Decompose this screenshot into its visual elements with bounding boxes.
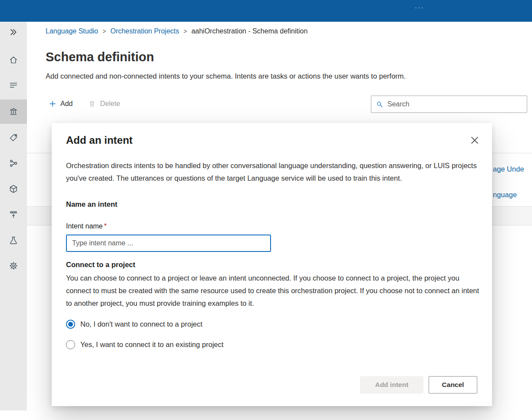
dialog-actions: Add intent Cancel: [360, 376, 477, 394]
overflow-menu-icon[interactable]: ···: [415, 3, 424, 11]
tag-icon: [9, 133, 18, 142]
table-link-fragment[interactable]: age Unde: [493, 165, 524, 173]
sidebar-item-model[interactable]: [0, 179, 27, 199]
radio-no-connect[interactable]: No, I don't want to connect to a project: [66, 320, 202, 329]
breadcrumb-separator: >: [183, 28, 187, 35]
connect-section-heading: Connect to a project: [66, 261, 135, 269]
connect-description: You can choose to connect to a project o…: [66, 272, 482, 310]
add-intent-dialog: Add an intent Orchestration directs inte…: [52, 123, 492, 406]
toolbar: Add Delete: [49, 100, 120, 108]
sidebar-item-testing[interactable]: [0, 230, 27, 251]
plus-icon: [49, 100, 56, 108]
required-asterisk: *: [104, 222, 107, 230]
radio-yes-connect-label: Yes, I want to connect it to an existing…: [80, 341, 224, 349]
dialog-title: Add an intent: [66, 134, 132, 146]
delete-button-label: Delete: [100, 100, 120, 108]
building-icon: [9, 107, 18, 116]
cube-icon: [9, 184, 18, 194]
sidebar-item-deployment[interactable]: [0, 204, 27, 225]
sidebar-item-list[interactable]: [0, 75, 27, 96]
breadcrumb: Language Studio > Orchestration Projects…: [46, 27, 307, 35]
add-intent-button[interactable]: Add intent: [360, 376, 423, 394]
breadcrumb-orchestration-projects[interactable]: Orchestration Projects: [110, 27, 179, 35]
flow-nodes-icon: [9, 159, 18, 168]
search-input[interactable]: [387, 100, 522, 108]
breadcrumb-separator: >: [102, 28, 106, 35]
search-box[interactable]: [371, 96, 527, 113]
sidebar-expand-button[interactable]: [0, 22, 27, 43]
intent-name-label: Intent name*: [66, 222, 107, 230]
name-section-heading: Name an intent: [66, 200, 117, 208]
top-app-bar: ···: [0, 0, 532, 22]
dialog-description: Orchestration directs intents to be hand…: [66, 159, 482, 185]
sidebar-item-settings[interactable]: [0, 255, 27, 276]
close-icon: [471, 137, 478, 144]
chevron-double-right-icon: [9, 28, 18, 36]
table-link-fragment[interactable]: nguage: [493, 191, 517, 199]
delete-button[interactable]: Delete: [88, 100, 120, 108]
page-title: Schema definition: [46, 50, 154, 64]
dialog-close-button[interactable]: [469, 135, 480, 146]
radio-yes-connect[interactable]: Yes, I want to connect it to an existing…: [66, 340, 224, 349]
radio-unselected-icon: [66, 340, 75, 349]
radio-selected-icon: [66, 320, 75, 329]
sidebar-item-labeling[interactable]: [0, 127, 27, 148]
deploy-icon: [9, 210, 18, 219]
radio-no-connect-label: No, I don't want to connect to a project: [80, 320, 202, 328]
flask-icon: [9, 235, 18, 245]
language-studio-screen: ··· La: [0, 0, 532, 420]
intent-name-input[interactable]: [66, 235, 271, 252]
sidebar-nav: [0, 22, 27, 410]
page-subtitle: Add connected and non-connected intents …: [46, 72, 406, 80]
add-button-label: Add: [60, 100, 73, 108]
sidebar-item-schema[interactable]: [0, 99, 27, 124]
sidebar-item-training[interactable]: [0, 153, 27, 174]
sidebar-item-home[interactable]: [0, 50, 27, 70]
search-icon: [376, 100, 383, 108]
list-icon: [9, 81, 18, 90]
intent-name-label-text: Intent name: [66, 222, 103, 230]
cancel-button[interactable]: Cancel: [429, 376, 477, 394]
gear-icon: [9, 261, 18, 271]
breadcrumb-language-studio[interactable]: Language Studio: [46, 27, 98, 35]
trash-icon: [88, 100, 96, 108]
home-icon: [9, 55, 18, 65]
breadcrumb-current-page: aahiOrchestration - Schema definition: [192, 27, 308, 35]
add-button[interactable]: Add: [49, 100, 73, 108]
